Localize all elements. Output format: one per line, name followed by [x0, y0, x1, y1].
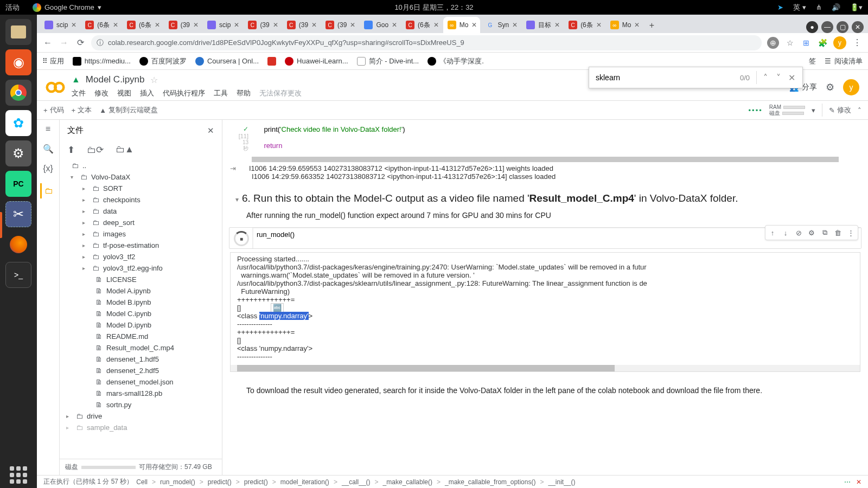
bookmark-item[interactable]: Coursera | Onl... — [195, 57, 259, 66]
tab[interactable]: ∞Mo✕ — [443, 17, 481, 33]
run-spinner-icon[interactable] — [234, 231, 249, 246]
find-next-button[interactable]: ˅ — [772, 73, 785, 83]
clock[interactable]: 10月6日 星期三，22：32 — [394, 3, 473, 12]
stack-frame[interactable]: predict() — [208, 478, 232, 486]
battery-icon[interactable]: 🔋▾ — [850, 3, 863, 11]
bookmark-item[interactable]: 《动手学深度. — [427, 56, 484, 66]
dock-files[interactable] — [5, 19, 31, 45]
copy-to-drive-button[interactable]: ▲ 复制到云端硬盘 — [99, 105, 158, 115]
dock-firefox[interactable] — [5, 232, 31, 258]
tree-folder[interactable]: ▸🗀checkpoints — [60, 194, 222, 206]
tree-folder[interactable]: ▾🗀Volvo-DataX — [60, 171, 222, 183]
app-menu[interactable]: Google Chrome ▾ — [33, 3, 101, 12]
dock-terminal[interactable]: >_ — [5, 262, 31, 288]
tab[interactable]: scip✕ — [40, 17, 80, 33]
tree-folder[interactable]: ▸🗀drive — [60, 410, 222, 422]
collapse-button[interactable]: ˄ — [858, 106, 861, 114]
bookmark-item[interactable]: 简介 - Dive-int... — [357, 56, 419, 66]
tab[interactable]: C(6条✕ — [564, 17, 605, 33]
delete-icon[interactable]: 🗑 — [832, 227, 844, 239]
telegram-indicator-icon[interactable]: ➤ — [777, 3, 783, 11]
translate-icon[interactable]: ⊕ — [767, 37, 779, 49]
close-icon[interactable]: ✕ — [596, 21, 602, 29]
tree-file[interactable]: 🗎README.md — [60, 331, 222, 342]
output-toggle-icon[interactable]: ⇥ — [230, 164, 236, 172]
bookmark-item[interactable]: Huawei-iLearn... — [285, 57, 348, 66]
omnibox[interactable]: ⓘ colab.research.google.com/drive/1d8PEe… — [91, 35, 762, 50]
tree-folder[interactable]: ▸🗀sample_data — [60, 422, 222, 433]
stack-label[interactable]: Cell — [136, 478, 148, 486]
resource-meter[interactable]: RAM 磁盘 — [769, 104, 805, 116]
extension-icon[interactable]: ⊞ — [801, 37, 812, 48]
stack-frame[interactable]: predict() — [244, 478, 268, 486]
notebook-title[interactable]: Model C.ipynb — [86, 74, 145, 85]
find-close-button[interactable]: ✕ — [785, 73, 798, 83]
code-editor[interactable]: print('Check video file in Volvo-DataX f… — [252, 123, 861, 153]
tab[interactable]: Goo✕ — [360, 17, 400, 33]
tree-file[interactable]: 🗎LICENSE — [60, 274, 222, 285]
tree-file[interactable]: 🗎Model A.ipynb — [60, 285, 222, 297]
tree-file[interactable]: 🗎densenet_model.json — [60, 376, 222, 388]
mirror-icon[interactable]: ⧉ — [819, 227, 831, 239]
tab[interactable]: C(6条✕ — [123, 17, 163, 33]
toc-icon[interactable]: ≡ — [46, 124, 50, 134]
gear-icon[interactable]: ⚙ — [806, 227, 818, 239]
close-icon[interactable]: ✕ — [311, 21, 317, 29]
reload-button[interactable]: ⟳ — [75, 37, 86, 48]
tab[interactable]: C(6条✕ — [401, 17, 442, 33]
edit-button[interactable]: ✎ 修改 — [829, 105, 851, 115]
move-down-icon[interactable]: ↓ — [780, 227, 792, 239]
dock-chrome[interactable] — [5, 80, 31, 106]
refresh-icon[interactable]: 🗀⟳ — [87, 144, 104, 156]
dock-show-apps[interactable] — [5, 462, 31, 488]
vars-icon[interactable]: {x} — [43, 164, 53, 174]
tree-file[interactable]: 🗎sortn.py — [60, 399, 222, 410]
tree-folder[interactable]: ▸🗀yolov3_tf2.egg-info — [60, 262, 222, 274]
forward-button[interactable]: → — [59, 38, 69, 48]
horiz-scrollbar[interactable] — [252, 157, 839, 162]
stack-frame[interactable]: __init__() — [548, 478, 575, 486]
files-tab[interactable]: 🗀 — [40, 183, 56, 198]
tree-folder[interactable]: ▸🗀SORT — [60, 183, 222, 194]
dock-app-blue[interactable]: ✿ — [5, 110, 31, 136]
reading-list-button[interactable]: ☰ 阅读清单 — [825, 56, 863, 66]
tree-folder[interactable]: ▸🗀data — [60, 206, 222, 217]
menu-insert[interactable]: 插入 — [140, 88, 154, 98]
close-icon[interactable]: ✕ — [155, 21, 160, 29]
dock-screenshot[interactable]: ✂ — [5, 201, 31, 227]
user-avatar[interactable]: y — [843, 79, 859, 95]
horiz-scrollbar[interactable] — [231, 365, 860, 371]
site-info-icon[interactable]: ⓘ — [97, 38, 104, 48]
close-icon[interactable]: ✕ — [634, 21, 640, 29]
tree-file[interactable]: 🗎Model D.ipynb — [60, 319, 222, 331]
menu-file[interactable]: 文件 — [72, 88, 86, 98]
code-cell[interactable]: ✓ [11] 13 秒 print('Check video file in V… — [229, 123, 861, 153]
menu-tools[interactable]: 工具 — [214, 88, 228, 98]
close-icon[interactable]: ✕ — [193, 21, 199, 29]
menu-help[interactable]: 帮助 — [237, 88, 251, 98]
stack-frame[interactable]: _make_callable_from_options() — [445, 478, 535, 486]
window-maximize[interactable]: ▢ — [837, 21, 848, 33]
tree-folder[interactable]: ▸🗀images — [60, 228, 222, 240]
close-icon[interactable]: ✕ — [113, 21, 118, 29]
tree-file[interactable]: 🗎Result_model_C.mp4 — [60, 342, 222, 354]
menu-icon[interactable]: ⋮ — [852, 37, 863, 48]
puzzle-icon[interactable]: 🧩 — [817, 37, 828, 48]
close-icon[interactable]: ✕ — [350, 21, 355, 29]
upload-icon[interactable]: ⬆ — [67, 144, 75, 156]
tab[interactable]: C(39✕ — [321, 17, 359, 33]
tab[interactable]: scip✕ — [203, 17, 242, 33]
stack-frame[interactable]: run_model() — [160, 478, 195, 486]
dock-ubuntu[interactable]: ◉ — [5, 49, 31, 75]
link-icon[interactable]: ⊘ — [793, 227, 805, 239]
mount-drive-icon[interactable]: 🗀▲ — [116, 144, 134, 156]
close-icon[interactable]: ✕ — [71, 21, 76, 29]
tab[interactable]: ∞Mo✕ — [606, 17, 643, 33]
back-button[interactable]: ← — [42, 38, 53, 48]
menu-view[interactable]: 视图 — [117, 88, 131, 98]
tree-parent[interactable]: 🗀.. — [60, 160, 222, 171]
close-icon[interactable]: ✕ — [471, 21, 477, 29]
volume-icon[interactable]: 🔊 — [832, 3, 840, 11]
markdown-cell[interactable]: ▾6. Run this to obtain the Model-C outpu… — [229, 188, 861, 224]
close-icon[interactable]: ✕ — [392, 21, 397, 29]
